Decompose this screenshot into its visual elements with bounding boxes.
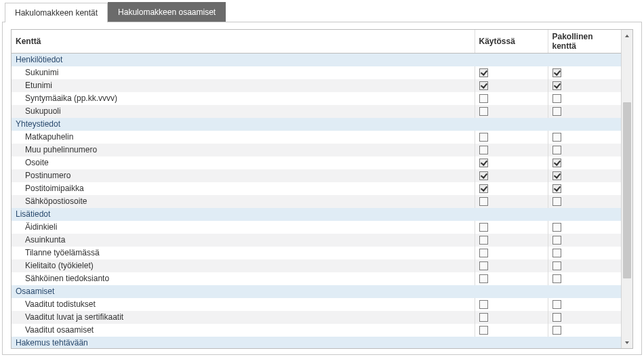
in-use-checkbox[interactable] xyxy=(479,300,488,309)
field-label: Tilanne työelämässä xyxy=(12,247,475,259)
table-row: Vaaditut todistukset xyxy=(12,298,621,311)
in-use-checkbox[interactable] xyxy=(479,171,488,180)
table-row: Postitoimipaikka xyxy=(12,182,621,195)
table-row: Äidinkieli xyxy=(12,221,621,234)
required-checkbox[interactable] xyxy=(552,171,561,180)
required-checkbox[interactable] xyxy=(552,313,561,322)
in-use-checkbox[interactable] xyxy=(479,159,488,167)
required-cell xyxy=(548,131,621,144)
table-row: Sukupuoli xyxy=(12,105,621,118)
fields-table-container: Kenttä Käytössä Pakollinen kenttä Henkil… xyxy=(11,29,633,349)
group-label: Yhteystiedot xyxy=(12,118,621,131)
table-row: Asuinkunta xyxy=(12,234,621,247)
required-checkbox[interactable] xyxy=(552,300,561,309)
table-row: Vaaditut luvat ja sertifikaatit xyxy=(12,311,621,324)
required-checkbox[interactable] xyxy=(552,326,561,335)
field-label: Asuinkunta xyxy=(12,234,475,247)
table-row: Syntymäaika (pp.kk.vvvv) xyxy=(12,92,621,105)
scroll-up-button[interactable] xyxy=(622,30,633,41)
required-checkbox[interactable] xyxy=(552,261,561,270)
field-label: Vaaditut todistukset xyxy=(12,298,475,311)
field-label: Äidinkieli xyxy=(12,221,475,234)
required-checkbox[interactable] xyxy=(552,249,561,257)
table-row: Sukunimi xyxy=(12,66,621,79)
in-use-checkbox[interactable] xyxy=(479,133,488,142)
in-use-checkbox[interactable] xyxy=(479,274,488,283)
required-checkbox[interactable] xyxy=(552,68,561,77)
in-use-cell xyxy=(475,221,548,234)
col-header-field[interactable]: Kenttä xyxy=(12,30,475,54)
in-use-checkbox[interactable] xyxy=(479,184,488,193)
in-use-checkbox[interactable] xyxy=(479,326,488,335)
required-checkbox[interactable] xyxy=(552,133,561,142)
field-label: Kielitaito (työkielet) xyxy=(12,259,475,272)
in-use-cell xyxy=(475,169,548,182)
required-checkbox[interactable] xyxy=(552,81,561,90)
field-label: Sähköpostiosoite xyxy=(12,195,475,208)
in-use-cell xyxy=(475,131,548,144)
group-header: Lisätiedot xyxy=(12,208,621,221)
required-cell xyxy=(548,259,621,272)
in-use-cell xyxy=(475,182,548,195)
group-header: Yhteystiedot xyxy=(12,118,621,131)
in-use-checkbox[interactable] xyxy=(479,81,488,90)
required-cell xyxy=(548,92,621,105)
required-checkbox[interactable] xyxy=(552,274,561,283)
in-use-checkbox[interactable] xyxy=(479,249,488,257)
tab-form-skills[interactable]: Hakulomakkeen osaamiset xyxy=(108,2,226,22)
table-row: Etunimi xyxy=(12,79,621,92)
required-checkbox[interactable] xyxy=(552,107,561,116)
tab-bar: Hakulomakkeen kentät Hakulomakkeen osaam… xyxy=(5,2,642,22)
scroll-down-button[interactable] xyxy=(622,337,633,348)
scrollbar-track[interactable] xyxy=(622,41,632,337)
col-header-in-use[interactable]: Käytössä xyxy=(475,30,548,54)
required-cell xyxy=(548,144,621,156)
in-use-cell xyxy=(475,66,548,79)
required-checkbox[interactable] xyxy=(552,197,561,206)
required-cell xyxy=(548,105,621,118)
required-cell xyxy=(548,195,621,208)
group-label: Lisätiedot xyxy=(12,208,621,221)
col-header-required[interactable]: Pakollinen kenttä xyxy=(548,30,621,54)
table-row: Muu puhelinnumero xyxy=(12,144,621,156)
required-checkbox[interactable] xyxy=(552,223,561,232)
in-use-checkbox[interactable] xyxy=(479,236,488,245)
required-cell xyxy=(548,298,621,311)
required-checkbox[interactable] xyxy=(552,184,561,193)
required-checkbox[interactable] xyxy=(552,146,561,154)
in-use-checkbox[interactable] xyxy=(479,68,488,77)
in-use-checkbox[interactable] xyxy=(479,146,488,154)
group-header: Hakemus tehtävään xyxy=(12,337,621,349)
table-row: Tilanne työelämässä xyxy=(12,247,621,259)
field-label: Osoite xyxy=(12,156,475,169)
field-label: Matkapuhelin xyxy=(12,131,475,144)
table-row: Matkapuhelin xyxy=(12,131,621,144)
in-use-checkbox[interactable] xyxy=(479,313,488,322)
required-cell xyxy=(548,66,621,79)
in-use-checkbox[interactable] xyxy=(479,107,488,116)
in-use-cell xyxy=(475,311,548,324)
vertical-scrollbar[interactable] xyxy=(621,30,632,348)
in-use-checkbox[interactable] xyxy=(479,94,488,103)
required-checkbox[interactable] xyxy=(552,94,561,103)
in-use-cell xyxy=(475,156,548,169)
in-use-cell xyxy=(475,92,548,105)
in-use-cell xyxy=(475,79,548,92)
tab-form-fields[interactable]: Hakulomakkeen kentät xyxy=(5,3,108,22)
required-cell xyxy=(548,324,621,337)
field-label: Postinumero xyxy=(12,169,475,182)
in-use-checkbox[interactable] xyxy=(479,223,488,232)
required-cell xyxy=(548,169,621,182)
in-use-checkbox[interactable] xyxy=(479,197,488,206)
in-use-cell xyxy=(475,259,548,272)
required-cell xyxy=(548,234,621,247)
in-use-checkbox[interactable] xyxy=(479,261,488,270)
required-cell xyxy=(548,221,621,234)
required-cell xyxy=(548,79,621,92)
group-label: Hakemus tehtävään xyxy=(12,337,621,349)
in-use-cell xyxy=(475,324,548,337)
field-label: Syntymäaika (pp.kk.vvvv) xyxy=(12,92,475,105)
required-checkbox[interactable] xyxy=(552,159,561,167)
required-checkbox[interactable] xyxy=(552,236,561,245)
scrollbar-thumb[interactable] xyxy=(623,102,631,278)
